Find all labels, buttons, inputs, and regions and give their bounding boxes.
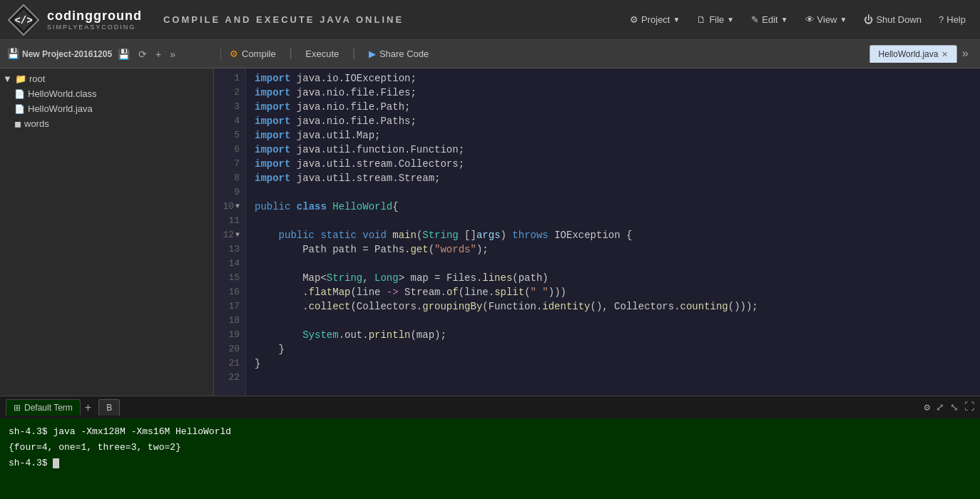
- main-area: ▼ 📁 root 📄 HelloWorld.class 📄 HelloWorld…: [0, 68, 980, 396]
- terminal-b-label: B: [106, 403, 112, 413]
- code-line-21: }: [255, 356, 971, 371]
- terminal-cursor: [53, 458, 59, 468]
- refresh-btn[interactable]: ⟳: [136, 47, 150, 61]
- edit-icon: ✎: [751, 14, 759, 25]
- top-nav: </> codingground SIMPLYEASYCODING COMPIL…: [0, 0, 980, 40]
- compile-icon: ⚙: [230, 48, 238, 59]
- folder-collapse-icon: ▼: [3, 73, 12, 84]
- code-line-4: import java.nio.file.Paths;: [255, 114, 971, 128]
- code-line-7: import java.util.stream.Collectors;: [255, 157, 971, 171]
- save-btn[interactable]: 💾: [115, 47, 133, 61]
- tree-item-words[interactable]: ◼ words: [0, 116, 213, 131]
- file-menu-btn[interactable]: 🗋 File ▼: [690, 10, 741, 29]
- code-line-8: import java.util.stream.Stream;: [255, 171, 971, 185]
- terminal-line-1: sh-4.3$ java -Xmx128M -Xms16M HelloWorld: [9, 424, 971, 440]
- code-line-12: public static void main(String []args) t…: [255, 228, 971, 242]
- terminal-line-2: {four=4, one=1, three=3, two=2}: [9, 440, 971, 456]
- project-menu-btn[interactable]: ⚙ Project ▼: [623, 10, 687, 29]
- help-icon: ?: [939, 14, 944, 25]
- file-icon: 🗋: [697, 14, 706, 25]
- caret-icon: ▼: [727, 16, 734, 24]
- tree-item-java[interactable]: 📄 HelloWorld.java: [0, 101, 213, 116]
- code-line-19: System.out.println(map);: [255, 328, 971, 342]
- help-btn[interactable]: ? Help: [931, 10, 973, 29]
- logo-subtitle: SIMPLYEASYCODING: [47, 24, 142, 31]
- code-line-20: }: [255, 342, 971, 356]
- code-line-18: [255, 314, 971, 328]
- shutdown-btn[interactable]: ⏻ Shut Down: [857, 10, 929, 29]
- terminal-add-btn[interactable]: +: [81, 401, 96, 414]
- caret-icon: ▼: [781, 16, 788, 24]
- code-editor[interactable]: 12345 6789 10▼ 11 12▼ 1314151617 1819202…: [214, 68, 980, 396]
- tab-bar: HelloWorld.java ✕: [869, 45, 958, 63]
- execute-btn[interactable]: Execute: [297, 45, 347, 63]
- tree-item-class[interactable]: 📄 HelloWorld.class: [0, 86, 213, 101]
- toolbar: 💾 New Project-20161205 💾 ⟳ + » ⚙ Compile…: [0, 40, 980, 68]
- code-line-6: import java.util.function.Function;: [255, 143, 971, 157]
- eye-icon: 👁: [805, 14, 815, 25]
- code-line-11: [255, 214, 971, 228]
- terminal-tab-default[interactable]: ⊞ Default Term: [6, 399, 81, 416]
- settings-icon[interactable]: ⚙: [924, 401, 930, 413]
- terminal-line-3: sh-4.3$: [9, 456, 971, 471]
- code-line-13: Path path = Paths.get("words");: [255, 242, 971, 257]
- restore-icon[interactable]: ⤢: [936, 401, 944, 413]
- terminal-tabs: ⊞ Default Term + B ⚙ ⤢ ⤡ ⛶: [0, 396, 980, 418]
- edit-menu-btn[interactable]: ✎ Edit ▼: [744, 10, 795, 29]
- file-words-icon: ◼: [14, 119, 21, 129]
- terminal-tab-b[interactable]: B: [98, 399, 120, 416]
- file-class-icon: 📄: [14, 89, 25, 99]
- power-icon: ⏻: [864, 14, 873, 25]
- fullscreen-icon[interactable]: ⛶: [964, 401, 974, 413]
- caret-icon: ▼: [840, 16, 847, 24]
- code-content[interactable]: import java.io.IOException; import java.…: [246, 68, 980, 396]
- share-code-btn[interactable]: ▶ Share Code: [360, 45, 437, 63]
- file-tab[interactable]: HelloWorld.java ✕: [869, 45, 958, 63]
- save-icon: 💾: [7, 48, 19, 60]
- gear-icon: ⚙: [630, 14, 638, 25]
- logo-area: </> codingground SIMPLYEASYCODING: [7, 4, 142, 36]
- share-icon: ▶: [369, 48, 376, 59]
- file-class-name: HelloWorld.class: [28, 88, 97, 99]
- code-line-17: .collect(Collectors.groupingBy(Function.…: [255, 299, 971, 314]
- close-tab-btn[interactable]: ✕: [941, 50, 948, 59]
- view-menu-btn[interactable]: 👁 View ▼: [798, 10, 854, 29]
- code-line-16: .flatMap(line -> Stream.of(line.split(" …: [255, 285, 971, 299]
- toolbar-left: 💾 New Project-20161205 💾 ⟳ + »: [7, 47, 221, 61]
- code-line-2: import java.nio.file.Files;: [255, 86, 971, 100]
- logo-icon: </>: [7, 4, 40, 36]
- collapse-btn[interactable]: »: [167, 47, 178, 61]
- project-title: New Project-20161205: [22, 49, 112, 59]
- terminal-tab-label: Default Term: [24, 403, 73, 413]
- caret-icon: ▼: [673, 16, 680, 24]
- add-btn[interactable]: +: [153, 47, 164, 61]
- sep1: |: [285, 48, 297, 61]
- logo-text: codingground SIMPLYEASYCODING: [47, 9, 142, 31]
- root-label: root: [29, 73, 45, 84]
- code-line-1: import java.io.IOException;: [255, 71, 971, 86]
- terminal-right-icons: ⚙ ⤢ ⤡ ⛶: [924, 401, 974, 413]
- code-line-22: [255, 371, 971, 385]
- svg-text:</>: </>: [14, 15, 32, 26]
- code-line-15: Map<String, Long> map = Files.lines(path…: [255, 271, 971, 285]
- line-numbers: 12345 6789 10▼ 11 12▼ 1314151617 1819202…: [214, 68, 246, 396]
- file-tree: ▼ 📁 root 📄 HelloWorld.class 📄 HelloWorld…: [0, 68, 213, 134]
- code-line-10: public class HelloWorld{: [255, 200, 971, 214]
- code-line-9: [255, 185, 971, 200]
- expand-icon[interactable]: ⤡: [950, 401, 959, 413]
- code-line-5: import java.util.Map;: [255, 128, 971, 143]
- file-java-icon: 📄: [14, 104, 25, 114]
- code-editor-area[interactable]: 12345 6789 10▼ 11 12▼ 1314151617 1819202…: [214, 68, 980, 396]
- tree-root[interactable]: ▼ 📁 root: [0, 71, 213, 86]
- right-collapse-btn[interactable]: »: [957, 48, 973, 61]
- logo-title: codingground: [47, 9, 142, 24]
- toolbar-actions: ⚙ Compile | Execute | ▶ Share Code: [221, 45, 869, 63]
- terminal-area: ⊞ Default Term + B ⚙ ⤢ ⤡ ⛶ sh-4.3$ java …: [0, 396, 980, 499]
- sep2: |: [347, 48, 360, 61]
- compile-title: COMPILE AND EXECUTE JAVA ONLINE: [163, 14, 623, 25]
- sidebar: ▼ 📁 root 📄 HelloWorld.class 📄 HelloWorld…: [0, 68, 214, 396]
- compile-btn[interactable]: ⚙ Compile: [221, 45, 285, 63]
- code-line-14: [255, 257, 971, 271]
- terminal-content[interactable]: sh-4.3$ java -Xmx128M -Xms16M HelloWorld…: [0, 418, 980, 499]
- terminal-icon: ⊞: [14, 403, 21, 413]
